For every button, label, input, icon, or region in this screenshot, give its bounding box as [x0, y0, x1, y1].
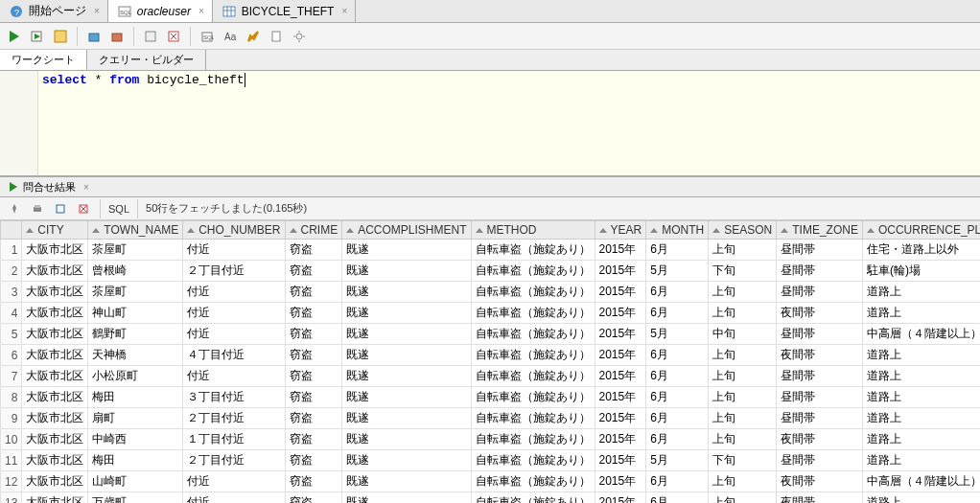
sub-tab[interactable]: ワークシート [0, 50, 87, 70]
table-cell[interactable]: 5月 [646, 450, 709, 471]
table-cell[interactable]: 鶴野町 [88, 324, 183, 345]
table-row[interactable]: 5大阪市北区鶴野町付近窃盗既遂自転車盗（施錠あり）2015年5月中旬昼間帯中高層… [1, 324, 981, 345]
table-cell[interactable]: 大阪市北区 [22, 324, 88, 345]
table-cell[interactable]: 中高層（４階建以上）住宅 [862, 471, 980, 492]
table-cell[interactable]: 既遂 [342, 324, 471, 345]
table-cell[interactable]: 曾根崎 [88, 261, 183, 282]
sql-editor[interactable]: select * from bicycle_theft [0, 71, 980, 176]
table-row[interactable]: 13大阪市北区万歳町付近窃盗既遂自転車盗（施錠あり）2015年6月上旬夜間帯道路… [1, 492, 981, 504]
close-icon[interactable]: × [198, 6, 204, 16]
table-cell[interactable]: 既遂 [342, 261, 471, 282]
table-cell[interactable]: 茶屋町 [88, 240, 183, 261]
table-cell[interactable]: 夜間帯 [777, 345, 863, 366]
table-cell[interactable]: 自転車盗（施錠あり） [471, 387, 595, 408]
edit-icon[interactable] [245, 28, 262, 45]
table-cell[interactable]: 5月 [646, 324, 709, 345]
column-header[interactable]: ACCOMPLISHMENT [342, 221, 471, 240]
table-cell[interactable]: 自転車盗（施錠あり） [471, 471, 595, 492]
table-cell[interactable]: 住宅・道路上以外 [862, 240, 980, 261]
table-cell[interactable]: 窃盗 [285, 324, 342, 345]
table-cell[interactable]: 既遂 [342, 408, 471, 429]
run-icon[interactable] [6, 28, 23, 45]
table-cell[interactable]: 天神橋 [88, 345, 183, 366]
table-cell[interactable]: １丁目付近 [183, 429, 285, 450]
table-cell[interactable]: 2015年 [595, 387, 646, 408]
table-cell[interactable]: 大阪市北区 [22, 303, 88, 324]
export-icon[interactable] [52, 200, 69, 217]
table-cell[interactable]: 大阪市北区 [22, 366, 88, 387]
table-cell[interactable]: 2015年 [595, 471, 646, 492]
table-cell[interactable]: 6月 [646, 492, 709, 504]
table-cell[interactable]: 昼間帯 [777, 261, 863, 282]
table-cell[interactable]: 上旬 [709, 471, 777, 492]
table-cell[interactable]: 下旬 [709, 450, 777, 471]
column-header[interactable]: CRIME [285, 221, 342, 240]
table-cell[interactable]: 6月 [646, 303, 709, 324]
table-cell[interactable]: 道路上 [862, 303, 980, 324]
table-cell[interactable]: 自転車盗（施錠あり） [471, 408, 595, 429]
table-cell[interactable]: ２丁目付近 [183, 261, 285, 282]
table-row[interactable]: 3大阪市北区茶屋町付近窃盗既遂自転車盗（施錠あり）2015年6月上旬昼間帯道路上… [1, 282, 981, 303]
table-cell[interactable]: 道路上 [862, 366, 980, 387]
table-cell[interactable]: 既遂 [342, 429, 471, 450]
table-cell[interactable]: 大阪市北区 [22, 345, 88, 366]
table-cell[interactable]: 扇町 [88, 408, 183, 429]
table-cell[interactable]: 窃盗 [285, 303, 342, 324]
table-cell[interactable]: 窃盗 [285, 492, 342, 504]
table-cell[interactable]: 中崎西 [88, 429, 183, 450]
table-cell[interactable]: ２丁目付近 [183, 450, 285, 471]
table-cell[interactable]: 2015年 [595, 324, 646, 345]
table-cell[interactable]: 道路上 [862, 492, 980, 504]
table-cell[interactable]: 付近 [183, 240, 285, 261]
table-cell[interactable]: 大阪市北区 [22, 450, 88, 471]
table-cell[interactable]: 付近 [183, 471, 285, 492]
table-cell[interactable]: 付近 [183, 492, 285, 504]
table-row[interactable]: 11大阪市北区梅田２丁目付近窃盗既遂自転車盗（施錠あり）2015年5月下旬昼間帯… [1, 450, 981, 471]
close-icon[interactable]: × [83, 182, 89, 193]
table-cell[interactable]: 窃盗 [285, 387, 342, 408]
table-cell[interactable]: 下旬 [709, 261, 777, 282]
table-cell[interactable]: 窃盗 [285, 408, 342, 429]
table-cell[interactable]: ２丁目付近 [183, 408, 285, 429]
table-cell[interactable]: 自転車盗（施錠あり） [471, 303, 595, 324]
table-cell[interactable]: 道路上 [862, 387, 980, 408]
table-cell[interactable]: 上旬 [709, 282, 777, 303]
table-cell[interactable]: 付近 [183, 366, 285, 387]
table-row[interactable]: 10大阪市北区中崎西１丁目付近窃盗既遂自転車盗（施錠あり）2015年6月上旬夜間… [1, 429, 981, 450]
sql-code[interactable]: select * from bicycle_theft [38, 71, 249, 175]
table-cell[interactable]: 道路上 [862, 429, 980, 450]
top-tab[interactable]: BICYCLE_THEFT× [213, 0, 357, 22]
table-cell[interactable]: 6月 [646, 366, 709, 387]
explain-plan-icon[interactable] [52, 28, 69, 45]
report-icon[interactable] [268, 28, 285, 45]
delete-icon[interactable] [75, 200, 92, 217]
table-cell[interactable]: 2015年 [595, 345, 646, 366]
table-cell[interactable]: 窃盗 [285, 429, 342, 450]
table-cell[interactable]: 万歳町 [88, 492, 183, 504]
table-cell[interactable]: 2015年 [595, 366, 646, 387]
table-cell[interactable]: 6月 [646, 387, 709, 408]
run-script-icon[interactable] [29, 28, 46, 45]
table-cell[interactable]: 窃盗 [285, 345, 342, 366]
table-cell[interactable]: 駐車(輪)場 [862, 261, 980, 282]
column-header[interactable]: METHOD [471, 221, 595, 240]
table-cell[interactable]: 上旬 [709, 408, 777, 429]
table-cell[interactable]: 上旬 [709, 345, 777, 366]
table-cell[interactable]: 上旬 [709, 240, 777, 261]
table-cell[interactable]: 大阪市北区 [22, 492, 88, 504]
table-cell[interactable]: 2015年 [595, 261, 646, 282]
column-header[interactable]: OCCURRENCE_PLACE [862, 221, 980, 240]
table-cell[interactable]: 2015年 [595, 492, 646, 504]
table-cell[interactable]: 窃盗 [285, 471, 342, 492]
table-cell[interactable]: 夜間帯 [777, 492, 863, 504]
table-cell[interactable]: 2015年 [595, 240, 646, 261]
print-icon[interactable] [29, 200, 46, 217]
table-cell[interactable]: 窃盗 [285, 261, 342, 282]
table-cell[interactable]: 自転車盗（施錠あり） [471, 261, 595, 282]
table-row[interactable]: 1大阪市北区茶屋町付近窃盗既遂自転車盗（施錠あり）2015年6月上旬昼間帯住宅・… [1, 240, 981, 261]
table-cell[interactable]: 上旬 [709, 429, 777, 450]
table-cell[interactable]: 自転車盗（施錠あり） [471, 492, 595, 504]
table-cell[interactable]: 梅田 [88, 450, 183, 471]
table-cell[interactable]: 既遂 [342, 366, 471, 387]
table-cell[interactable]: 窃盗 [285, 282, 342, 303]
